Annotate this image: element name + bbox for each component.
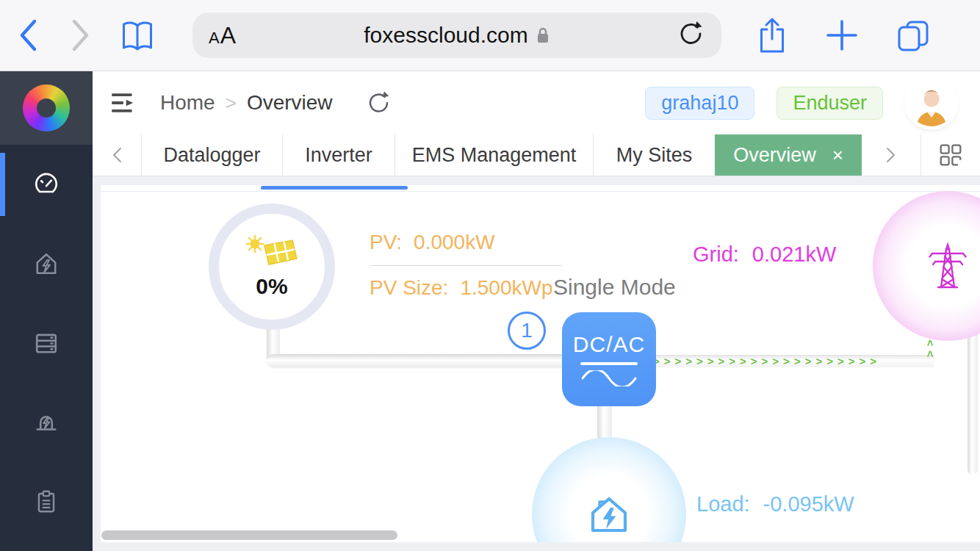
avatar-person-icon	[908, 79, 955, 126]
tab-label: Overview	[733, 144, 816, 167]
address-bar[interactable]: AA foxesscloud.com	[192, 12, 721, 58]
tab-ems-management[interactable]: EMS Management	[394, 134, 593, 176]
reload-button[interactable]	[677, 19, 705, 51]
datalogger-server-icon	[32, 328, 61, 358]
breadcrumb-current: Overview	[247, 91, 333, 115]
app-logo-block	[0, 71, 93, 145]
sidebar-item-report[interactable]	[0, 462, 93, 541]
grid-label: Grid:	[693, 242, 739, 267]
grid-info: Grid: 0.021kW	[693, 242, 836, 267]
top-header-bar: Home > Overview grahaj10 Enduser	[93, 71, 980, 134]
tabs-icon	[896, 18, 930, 52]
sidebar-item-plant[interactable]	[0, 224, 93, 303]
alarm-light-icon	[32, 408, 61, 437]
inverter-label: DC/AC	[573, 332, 645, 357]
sidebar-item-datalogger[interactable]	[0, 303, 93, 383]
sidebar	[0, 71, 93, 551]
chevron-left-icon	[18, 18, 38, 52]
overview-diagram-card: >>>>>>>>>>>>>>>>>>>>> >>>	[101, 185, 980, 542]
page-tabs-bar: Datalogger Inverter EMS Management My Si…	[93, 134, 980, 176]
inverter-divider	[580, 362, 638, 365]
pipe-grid-vertical	[968, 317, 978, 475]
share-icon	[757, 16, 788, 54]
tab-close-icon[interactable]: ×	[832, 144, 843, 167]
tab-overview-active[interactable]: Overview ×	[715, 134, 862, 176]
content-area: >>>>>>>>>>>>>>>>>>>>> >>>	[93, 176, 980, 551]
pv-info: PV:0.000kW PV Size:1.500kWp	[370, 231, 572, 300]
role-badge: Enduser	[777, 87, 883, 120]
share-button[interactable]	[757, 16, 788, 54]
url-text: foxesscloud.com	[364, 23, 527, 48]
chevron-left-icon	[112, 147, 122, 163]
tab-label: EMS Management	[412, 144, 577, 167]
browser-forward-button[interactable]	[71, 18, 91, 52]
new-tab-button[interactable]	[826, 19, 858, 51]
inverter-index-badge[interactable]: 1	[508, 311, 546, 350]
book-icon	[120, 19, 154, 51]
sine-wave-icon	[580, 370, 638, 386]
load-value: -0.095kW	[763, 492, 854, 516]
inverter-mode-label: Single Mode	[553, 275, 676, 300]
tabs-scroll-right-button[interactable]	[862, 134, 920, 176]
sidebar-collapse-button[interactable]	[110, 92, 137, 114]
top-horizontal-scrollbar[interactable]	[261, 186, 408, 190]
tab-inverter[interactable]: Inverter	[282, 134, 394, 176]
sidebar-item-alarm[interactable]	[0, 383, 93, 462]
collapse-menu-icon	[110, 92, 137, 114]
pipe-pv-to-inverter	[267, 354, 563, 367]
dashboard-gauge-icon	[32, 170, 60, 198]
pv-value: 0.000kW	[414, 231, 495, 254]
load-info: Load: -0.095kW	[696, 492, 854, 516]
bottom-horizontal-scrollbar[interactable]	[101, 530, 397, 540]
tabs-overview-button[interactable]	[896, 18, 930, 52]
username-badge: grahaj10	[645, 87, 754, 120]
tab-datalogger[interactable]: Datalogger	[141, 134, 282, 176]
reader-text-size-button[interactable]: AA	[209, 22, 237, 49]
house-energy-icon	[586, 492, 633, 536]
pipe-inverter-to-load	[597, 406, 612, 439]
tab-label: Datalogger	[163, 144, 260, 167]
breadcrumb: Home > Overview	[160, 91, 333, 115]
plus-icon	[826, 19, 858, 51]
tab-my-sites[interactable]: My Sites	[593, 134, 715, 176]
user-avatar[interactable]	[908, 79, 955, 126]
refresh-icon	[367, 90, 392, 116]
pv-size-label: PV Size:	[370, 276, 448, 300]
pv-size-value: 1.500kWp	[460, 276, 552, 300]
bookmarks-button[interactable]	[120, 19, 154, 51]
breadcrumb-home[interactable]: Home	[160, 91, 215, 115]
grid-menu-icon	[937, 141, 965, 169]
reader-small-a: A	[209, 29, 220, 47]
power-tower-icon	[921, 240, 974, 292]
breadcrumb-separator-icon: >	[226, 92, 237, 115]
pv-label: PV:	[370, 231, 402, 254]
solar-panel-icon	[245, 234, 298, 273]
pv-percent: 0%	[256, 274, 287, 299]
grid-node[interactable]	[873, 191, 980, 341]
tabs-menu-button[interactable]	[920, 134, 980, 176]
reload-icon	[677, 19, 705, 48]
load-label: Load:	[696, 492, 750, 516]
plant-home-energy-icon	[32, 249, 61, 278]
card-top-divider	[101, 191, 980, 192]
report-clipboard-icon	[32, 488, 60, 516]
screen: AA foxesscloud.com	[0, 0, 980, 551]
url-display: foxesscloud.com	[192, 23, 721, 48]
tab-label: My Sites	[616, 144, 693, 167]
browser-back-button[interactable]	[18, 18, 38, 52]
pv-divider	[370, 265, 562, 266]
page-refresh-button[interactable]	[367, 90, 392, 116]
chevron-right-icon	[71, 18, 91, 52]
tab-label: Inverter	[305, 144, 372, 167]
lock-icon	[536, 26, 550, 45]
tabs-scroll-left-button[interactable]	[93, 134, 141, 176]
browser-toolbar: AA foxesscloud.com	[0, 0, 980, 71]
foxess-logo-icon	[23, 84, 70, 132]
sidebar-item-dashboard[interactable]	[0, 145, 93, 224]
inverter-node[interactable]: DC/AC	[562, 312, 656, 406]
reader-big-a: A	[220, 22, 237, 48]
flow-arrows-inverter-to-grid: >>>>>>>>>>>>>>>>>>>>>	[653, 355, 934, 367]
grid-value: 0.021kW	[752, 242, 836, 267]
pv-node[interactable]: 0%	[209, 204, 335, 330]
load-node[interactable]	[532, 437, 686, 542]
